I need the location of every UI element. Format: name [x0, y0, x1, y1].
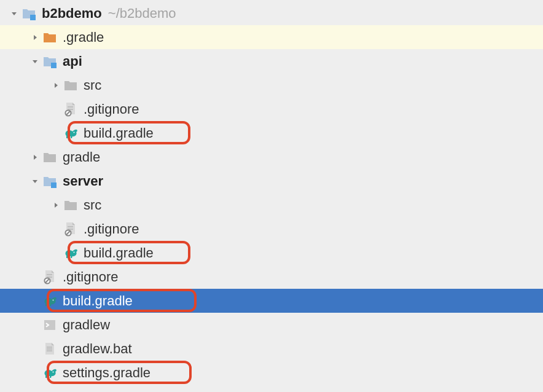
project-tree[interactable]: b2bdemo ~/b2bdemo .gradle api src .gitig… — [0, 0, 543, 385]
chevron-right-icon[interactable] — [49, 82, 63, 89]
project-path: ~/b2bdemo — [108, 6, 176, 22]
tree-row-server-src[interactable]: src — [0, 193, 543, 217]
tree-row-gradlew-bat[interactable]: gradlew.bat — [0, 337, 543, 361]
chevron-down-icon[interactable] — [28, 178, 42, 185]
node-label: .gitignore — [63, 269, 119, 285]
module-icon — [42, 55, 58, 68]
node-label: build.gradle — [84, 245, 154, 261]
tree-row-gradlew[interactable]: gradlew — [0, 313, 543, 337]
node-label: settings.gradle — [63, 365, 150, 381]
node-label: build.gradle — [63, 293, 133, 309]
tree-row-api-src[interactable]: src — [0, 73, 543, 97]
tree-row-root-gitignore[interactable]: .gitignore — [0, 265, 543, 289]
gitignore-icon — [42, 270, 58, 284]
node-label: gradlew — [63, 317, 110, 333]
node-label: build.gradle — [84, 125, 154, 141]
folder-icon — [63, 79, 79, 92]
tree-row-root-build[interactable]: build.gradle — [0, 289, 543, 313]
tree-row-gradle-dir[interactable]: .gradle — [0, 25, 543, 49]
node-label: .gradle — [63, 29, 104, 45]
tree-row-server-build[interactable]: build.gradle — [0, 241, 543, 265]
chevron-right-icon[interactable] — [49, 202, 63, 209]
tree-row-api-build[interactable]: build.gradle — [0, 121, 543, 145]
tree-row-server-gitignore[interactable]: .gitignore — [0, 217, 543, 241]
chevron-right-icon[interactable] — [28, 154, 42, 161]
chevron-right-icon[interactable] — [28, 34, 42, 41]
node-label: .gitignore — [84, 101, 139, 117]
folder-icon — [42, 31, 58, 44]
tree-row-server[interactable]: server — [0, 169, 543, 193]
gradle-icon — [42, 366, 58, 380]
folder-icon — [63, 198, 79, 212]
node-label: src — [84, 77, 101, 93]
tree-row-root[interactable]: b2bdemo ~/b2bdemo — [0, 1, 543, 25]
gradle-icon — [42, 294, 58, 308]
node-label: api — [63, 53, 82, 69]
tree-row-settings-gradle[interactable]: settings.gradle — [0, 361, 543, 385]
tree-row-api[interactable]: api — [0, 49, 543, 73]
node-label: src — [84, 197, 101, 213]
module-icon — [42, 174, 58, 188]
tree-row-api-gitignore[interactable]: .gitignore — [0, 97, 543, 121]
node-label: gradlew.bat — [63, 341, 132, 357]
tree-row-gradle-module[interactable]: gradle — [0, 145, 543, 169]
chevron-down-icon[interactable] — [7, 10, 21, 17]
gradle-icon — [63, 246, 79, 260]
node-label: gradle — [63, 149, 100, 165]
gitignore-icon — [63, 102, 79, 117]
module-icon — [21, 7, 37, 20]
folder-icon — [42, 151, 58, 164]
node-label: server — [63, 173, 103, 189]
gitignore-icon — [63, 222, 79, 237]
project-name: b2bdemo — [42, 6, 102, 22]
text-file-icon — [42, 342, 58, 356]
node-label: .gitignore — [84, 221, 139, 237]
chevron-down-icon[interactable] — [28, 58, 42, 65]
shell-icon — [42, 318, 58, 332]
gradle-icon — [63, 127, 79, 140]
